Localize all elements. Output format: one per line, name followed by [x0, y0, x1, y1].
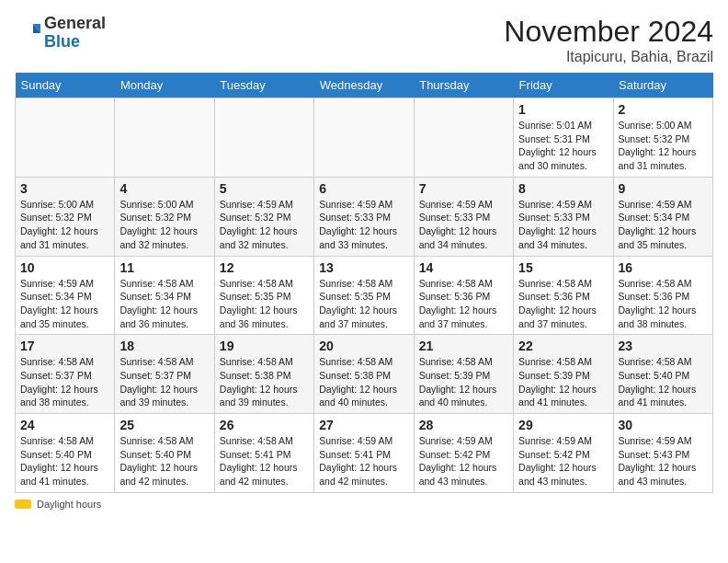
day-number: 4	[119, 181, 209, 196]
day-number: 29	[518, 418, 608, 432]
day-number: 21	[419, 339, 508, 353]
calendar-week-row: 24Sunrise: 4:58 AM Sunset: 5:40 PM Dayli…	[16, 414, 713, 493]
calendar-cell: 20Sunrise: 4:58 AM Sunset: 5:38 PM Dayli…	[314, 335, 414, 414]
legend: Daylight hours	[15, 499, 713, 510]
calendar-cell: 21Sunrise: 4:58 AM Sunset: 5:39 PM Dayli…	[414, 335, 513, 414]
day-number: 8	[518, 181, 608, 196]
calendar-cell: 9Sunrise: 4:59 AM Sunset: 5:34 PM Daylig…	[613, 177, 712, 256]
calendar-cell	[115, 98, 214, 178]
day-number: 13	[319, 260, 408, 275]
day-number: 16	[619, 260, 708, 275]
day-number: 27	[319, 418, 408, 432]
day-number: 10	[20, 260, 109, 275]
day-detail: Sunrise: 5:00 AM Sunset: 5:32 PM Dayligh…	[119, 198, 209, 252]
day-number: 24	[20, 418, 109, 432]
day-detail: Sunrise: 4:58 AM Sunset: 5:40 PM Dayligh…	[619, 355, 708, 409]
calendar-cell: 26Sunrise: 4:58 AM Sunset: 5:41 PM Dayli…	[214, 414, 313, 493]
day-detail: Sunrise: 4:58 AM Sunset: 5:35 PM Dayligh…	[319, 277, 408, 331]
day-number: 18	[119, 339, 209, 353]
calendar-cell: 11Sunrise: 4:58 AM Sunset: 5:34 PM Dayli…	[115, 256, 214, 335]
day-detail: Sunrise: 4:59 AM Sunset: 5:33 PM Dayligh…	[419, 198, 508, 252]
calendar-week-row: 10Sunrise: 4:59 AM Sunset: 5:34 PM Dayli…	[16, 256, 713, 335]
day-detail: Sunrise: 4:58 AM Sunset: 5:40 PM Dayligh…	[119, 434, 209, 488]
day-number: 1	[518, 102, 608, 117]
day-detail: Sunrise: 4:58 AM Sunset: 5:37 PM Dayligh…	[119, 355, 209, 409]
day-detail: Sunrise: 4:58 AM Sunset: 5:38 PM Dayligh…	[220, 355, 309, 409]
day-number: 17	[20, 339, 109, 353]
calendar-cell: 10Sunrise: 4:59 AM Sunset: 5:34 PM Dayli…	[16, 256, 115, 335]
day-detail: Sunrise: 4:58 AM Sunset: 5:40 PM Dayligh…	[20, 434, 109, 488]
day-number: 12	[220, 260, 309, 275]
day-number: 5	[220, 181, 309, 196]
day-number: 23	[619, 339, 708, 353]
day-detail: Sunrise: 4:58 AM Sunset: 5:36 PM Dayligh…	[419, 277, 508, 331]
day-detail: Sunrise: 4:59 AM Sunset: 5:33 PM Dayligh…	[319, 198, 408, 252]
calendar-cell	[414, 98, 513, 178]
weekday-header: Monday	[115, 73, 214, 98]
calendar-cell: 16Sunrise: 4:58 AM Sunset: 5:36 PM Dayli…	[613, 256, 712, 335]
day-detail: Sunrise: 4:58 AM Sunset: 5:36 PM Dayligh…	[518, 277, 608, 331]
weekday-header: Tuesday	[214, 73, 313, 98]
calendar-cell: 18Sunrise: 4:58 AM Sunset: 5:37 PM Dayli…	[115, 335, 214, 414]
calendar-table: SundayMondayTuesdayWednesdayThursdayFrid…	[15, 73, 713, 493]
day-number: 22	[518, 339, 608, 353]
calendar-cell: 7Sunrise: 4:59 AM Sunset: 5:33 PM Daylig…	[414, 177, 513, 256]
day-detail: Sunrise: 4:59 AM Sunset: 5:33 PM Dayligh…	[518, 198, 608, 252]
day-number: 3	[20, 181, 109, 196]
calendar-cell: 6Sunrise: 4:59 AM Sunset: 5:33 PM Daylig…	[314, 177, 414, 256]
calendar-cell: 17Sunrise: 4:58 AM Sunset: 5:37 PM Dayli…	[16, 335, 115, 414]
day-detail: Sunrise: 4:59 AM Sunset: 5:32 PM Dayligh…	[220, 198, 309, 252]
day-number: 30	[619, 418, 708, 432]
weekday-header: Saturday	[613, 73, 712, 98]
day-detail: Sunrise: 4:59 AM Sunset: 5:43 PM Dayligh…	[619, 434, 708, 488]
calendar-cell: 29Sunrise: 4:59 AM Sunset: 5:42 PM Dayli…	[514, 414, 613, 493]
day-detail: Sunrise: 4:59 AM Sunset: 5:34 PM Dayligh…	[619, 198, 708, 252]
calendar-cell: 15Sunrise: 4:58 AM Sunset: 5:36 PM Dayli…	[514, 256, 613, 335]
day-detail: Sunrise: 4:59 AM Sunset: 5:42 PM Dayligh…	[518, 434, 608, 488]
day-detail: Sunrise: 4:59 AM Sunset: 5:34 PM Dayligh…	[20, 277, 109, 331]
day-detail: Sunrise: 4:58 AM Sunset: 5:39 PM Dayligh…	[419, 355, 508, 409]
calendar-header: SundayMondayTuesdayWednesdayThursdayFrid…	[16, 73, 713, 98]
logo: General Blue	[15, 15, 106, 52]
calendar-cell: 30Sunrise: 4:59 AM Sunset: 5:43 PM Dayli…	[613, 414, 712, 493]
calendar-cell: 13Sunrise: 4:58 AM Sunset: 5:35 PM Dayli…	[314, 256, 414, 335]
page-header: General Blue November 2024 Itapicuru, Ba…	[15, 15, 713, 65]
day-number: 7	[419, 181, 508, 196]
day-number: 28	[419, 418, 508, 432]
calendar-cell	[314, 98, 414, 178]
day-detail: Sunrise: 5:01 AM Sunset: 5:31 PM Dayligh…	[518, 119, 608, 173]
calendar-week-row: 17Sunrise: 4:58 AM Sunset: 5:37 PM Dayli…	[16, 335, 713, 414]
calendar-cell: 4Sunrise: 5:00 AM Sunset: 5:32 PM Daylig…	[115, 177, 214, 256]
day-detail: Sunrise: 4:58 AM Sunset: 5:35 PM Dayligh…	[220, 277, 309, 331]
day-detail: Sunrise: 4:58 AM Sunset: 5:37 PM Dayligh…	[20, 355, 109, 409]
day-detail: Sunrise: 4:58 AM Sunset: 5:38 PM Dayligh…	[319, 355, 408, 409]
day-detail: Sunrise: 4:58 AM Sunset: 5:41 PM Dayligh…	[220, 434, 309, 488]
calendar-cell: 27Sunrise: 4:59 AM Sunset: 5:41 PM Dayli…	[314, 414, 414, 493]
calendar-cell: 22Sunrise: 4:58 AM Sunset: 5:39 PM Dayli…	[514, 335, 613, 414]
day-number: 19	[220, 339, 309, 353]
calendar-cell: 14Sunrise: 4:58 AM Sunset: 5:36 PM Dayli…	[414, 256, 513, 335]
calendar-cell: 2Sunrise: 5:00 AM Sunset: 5:32 PM Daylig…	[613, 98, 712, 178]
calendar-cell: 28Sunrise: 4:59 AM Sunset: 5:42 PM Dayli…	[414, 414, 513, 493]
month-title: November 2024	[504, 15, 713, 49]
day-number: 15	[518, 260, 608, 275]
day-number: 2	[619, 102, 708, 117]
day-number: 26	[220, 418, 309, 432]
weekday-header: Wednesday	[314, 73, 414, 98]
calendar-cell: 5Sunrise: 4:59 AM Sunset: 5:32 PM Daylig…	[214, 177, 313, 256]
calendar-cell	[16, 98, 115, 178]
day-number: 6	[319, 181, 408, 196]
day-detail: Sunrise: 5:00 AM Sunset: 5:32 PM Dayligh…	[20, 198, 109, 252]
weekday-header: Thursday	[414, 73, 513, 98]
day-detail: Sunrise: 4:58 AM Sunset: 5:39 PM Dayligh…	[518, 355, 608, 409]
day-number: 11	[119, 260, 209, 275]
day-number: 14	[419, 260, 508, 275]
calendar-cell: 24Sunrise: 4:58 AM Sunset: 5:40 PM Dayli…	[16, 414, 115, 493]
calendar-week-row: 3Sunrise: 5:00 AM Sunset: 5:32 PM Daylig…	[16, 177, 713, 256]
day-detail: Sunrise: 4:58 AM Sunset: 5:36 PM Dayligh…	[619, 277, 708, 331]
calendar-cell: 1Sunrise: 5:01 AM Sunset: 5:31 PM Daylig…	[514, 98, 613, 178]
calendar-week-row: 1Sunrise: 5:01 AM Sunset: 5:31 PM Daylig…	[16, 98, 713, 178]
logo-general-text: General	[44, 14, 106, 32]
calendar-cell: 19Sunrise: 4:58 AM Sunset: 5:38 PM Dayli…	[214, 335, 313, 414]
location-text: Itapicuru, Bahia, Brazil	[504, 49, 713, 65]
